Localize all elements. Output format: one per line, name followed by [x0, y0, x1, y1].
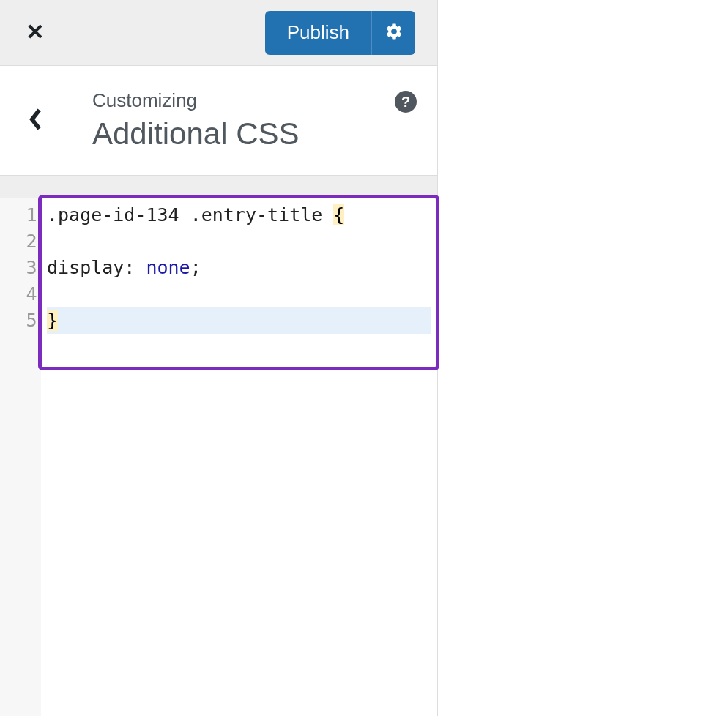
close-button[interactable] — [0, 0, 70, 66]
back-button[interactable] — [0, 66, 70, 175]
line-number: 2 — [0, 228, 41, 255]
publish-area: Publish — [265, 11, 415, 55]
line-number: 1 — [0, 202, 41, 228]
help-button[interactable]: ? — [395, 91, 417, 113]
top-bar: Publish — [0, 0, 437, 66]
line-number: 4 — [0, 281, 41, 307]
section-title: Additional CSS — [92, 116, 415, 152]
help-icon: ? — [401, 94, 410, 111]
close-icon — [25, 21, 45, 45]
code-line: .page-id-134 .entry-title { — [47, 202, 431, 228]
code-line: } — [47, 307, 431, 334]
section-header: Customizing Additional CSS ? — [0, 66, 437, 176]
chevron-left-icon — [27, 107, 43, 135]
line-number-gutter: 12345 — [0, 198, 41, 716]
line-number: 5 — [0, 307, 41, 334]
customizing-label: Customizing — [92, 89, 415, 112]
editor-container: .page-id-134 .entry-title { display: non… — [41, 198, 437, 716]
code-line: display: none; — [47, 255, 431, 281]
customizer-panel: Publish Customizing Additional CSS — [0, 0, 438, 716]
gear-icon — [385, 22, 404, 43]
section-title-area: Customizing Additional CSS ? — [70, 66, 437, 175]
publish-settings-button[interactable] — [371, 11, 415, 55]
code-line — [47, 228, 431, 255]
line-number: 3 — [0, 255, 41, 281]
publish-label: Publish — [287, 21, 349, 44]
editor-wrapper: 12345 .page-id-134 .entry-title { displa… — [0, 176, 437, 716]
publish-button[interactable]: Publish — [265, 11, 371, 55]
code-line — [47, 281, 431, 307]
css-code-editor[interactable]: .page-id-134 .entry-title { display: non… — [41, 198, 437, 716]
